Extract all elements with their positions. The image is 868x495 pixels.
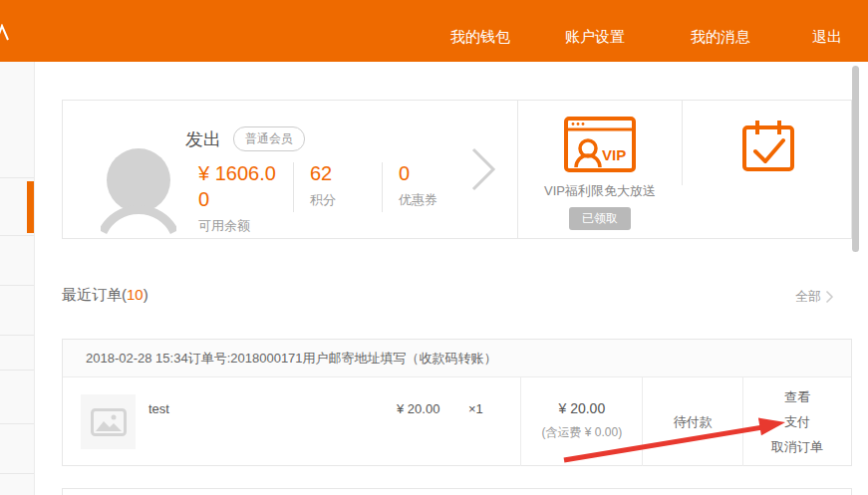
pay-order-link[interactable]: 支付 — [784, 409, 810, 434]
recent-orders-title: 最近订单(10) — [62, 286, 148, 305]
sidebar-item-active[interactable] — [0, 178, 34, 236]
active-item-indicator — [27, 181, 34, 233]
username: 发出 — [185, 127, 221, 151]
user-summary-card: 发出 普通会员 ¥ 1606.00 可用余额 62 积分 0 优惠券 — [62, 100, 852, 239]
order-header: 2018-02-28 15:34 订单号:2018000171 用户邮寄地址填写… — [63, 340, 851, 377]
nav-my-wallet[interactable]: 我的钱包 — [450, 28, 510, 47]
orders-count: 10 — [127, 286, 144, 303]
order-body: test ¥ 20.00 ×1 ¥ 20.00 (含运费 ¥ 0.00) 待付款… — [63, 377, 851, 466]
vip-promo-banner[interactable]: VIP VIP福利限免大放送 已领取 — [518, 101, 682, 238]
coupons-label: 优惠券 — [399, 191, 462, 209]
avatar — [101, 146, 176, 240]
signin-section — [683, 101, 853, 238]
order-card: 2018-02-28 15:34 订单号:2018000171 用户邮寄地址填写… — [62, 339, 852, 466]
coupons-stat[interactable]: 0 优惠券 — [383, 160, 470, 209]
sidebar-item[interactable] — [0, 424, 34, 474]
chevron-right-icon[interactable] — [469, 146, 497, 196]
sidebar-item[interactable] — [0, 236, 34, 286]
order-description: 用户邮寄地址填写（收款码转账） — [303, 350, 497, 368]
claimed-badge[interactable]: 已领取 — [569, 207, 631, 230]
product-price: ¥ 20.00 — [397, 401, 439, 416]
scrollbar[interactable] — [852, 66, 859, 252]
view-all-label: 全部 — [795, 288, 821, 306]
product-thumbnail[interactable] — [81, 394, 136, 449]
recent-orders-label-suffix: ) — [144, 286, 148, 303]
user-center-page: 我的钱包 账户设置 我的消息 退出 发出 普通会员 ¥ 1606.00 — [0, 0, 868, 495]
sidebar-item[interactable] — [0, 336, 34, 371]
account-stats: ¥ 1606.00 可用余额 62 积分 0 优惠券 — [198, 160, 470, 235]
nav-logout[interactable]: 退出 — [812, 28, 842, 47]
cancel-order-link[interactable]: 取消订单 — [771, 434, 823, 459]
svg-text:VIP: VIP — [602, 146, 626, 163]
shipping-note: (含运费 ¥ 0.00) — [521, 424, 642, 441]
logo-fragment-icon — [0, 24, 10, 46]
sidebar — [0, 62, 35, 495]
top-header: 我的钱包 账户设置 我的消息 退出 — [0, 0, 868, 62]
product-quantity: ×1 — [468, 401, 483, 416]
nav-my-messages[interactable]: 我的消息 — [691, 28, 750, 47]
balance-value: ¥ 1606.00 — [198, 160, 284, 212]
coupons-value: 0 — [399, 160, 462, 186]
member-level-badge: 普通会员 — [233, 126, 305, 151]
vip-promo-title: VIP福利限免大放送 — [518, 182, 682, 200]
actions-cell: 查看 支付 取消订单 — [743, 377, 851, 466]
sidebar-item[interactable] — [0, 286, 34, 336]
points-label: 积分 — [310, 191, 374, 209]
view-order-link[interactable]: 查看 — [784, 384, 810, 409]
order-card — [62, 488, 852, 495]
view-all-orders-link[interactable]: 全部 — [795, 288, 834, 306]
product-cell: test ¥ 20.00 ×1 — [63, 377, 521, 466]
order-time: 2018-02-28 15:34 — [86, 351, 188, 366]
chevron-right-icon — [825, 290, 834, 304]
status-cell: 待付款 — [643, 377, 743, 466]
points-value: 62 — [310, 160, 374, 186]
user-identity: 发出 普通会员 — [185, 126, 305, 151]
nav-account-settings[interactable]: 账户设置 — [565, 28, 625, 47]
balance-label: 可用余额 — [198, 217, 285, 235]
sidebar-item[interactable] — [0, 371, 34, 424]
recent-orders-label: 最近订单( — [62, 286, 127, 303]
vip-browser-icon: VIP — [518, 117, 682, 178]
product-name: test — [148, 401, 169, 416]
calendar-check-icon[interactable] — [742, 118, 794, 238]
order-total: ¥ 20.00 — [521, 400, 642, 416]
balance-stat[interactable]: ¥ 1606.00 可用余额 — [198, 160, 293, 235]
order-number: 订单号:2018000171 — [188, 350, 303, 368]
sidebar-item[interactable] — [0, 62, 34, 178]
total-cell: ¥ 20.00 (含运费 ¥ 0.00) — [521, 377, 643, 466]
order-status: 待付款 — [674, 413, 713, 431]
points-stat[interactable]: 62 积分 — [294, 160, 382, 209]
image-placeholder-icon — [91, 408, 127, 436]
